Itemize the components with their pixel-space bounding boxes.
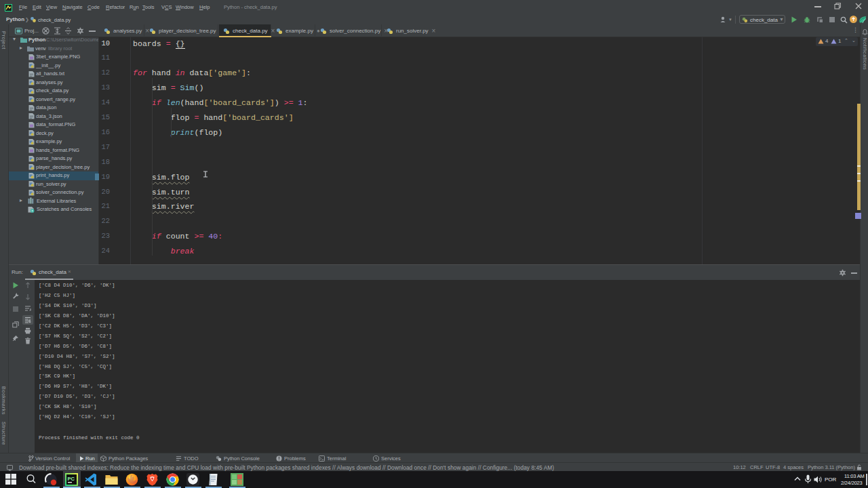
svg-text:PC: PC: [68, 476, 75, 482]
